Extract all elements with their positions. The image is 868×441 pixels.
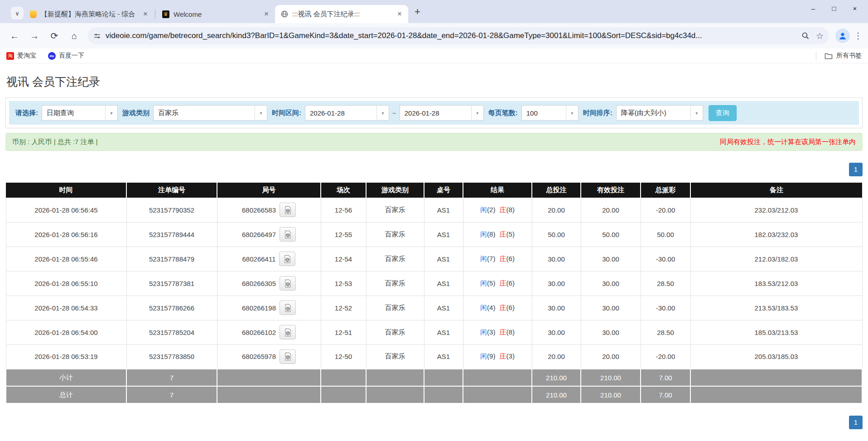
maximize-button[interactable]: □ [824,0,844,16]
search-button[interactable]: 查询 [709,105,737,121]
page-size-value: 100 [522,106,566,120]
query-type-select[interactable]: 日期查询 ▾ [42,105,118,121]
video-replay-button[interactable] [280,276,296,291]
round-number: 680266102 [242,329,276,336]
cell-bet-id: 523157786266 [126,296,217,320]
table-row: 2026-01-28 06:56:16 523157789444 6802664… [6,222,862,247]
page-1-button[interactable]: 1 [849,163,863,176]
filter-panel: 请选择: 日期查询 ▾ 游戏类别 百家乐 ▾ 时间区间: 2026-01-28 … [5,97,863,128]
col-result: 结果 [463,183,532,198]
tab-forum[interactable]: 【新提醒】海燕策略论坛 - 综合 × [24,5,154,23]
chevron-down-icon[interactable]: ▾ [255,106,267,120]
subtotal-row: 小计 7 210.00 210.00 7.00 [6,369,862,386]
date-end-value: 2026-01-28 [400,106,471,120]
cell-session: 12-56 [321,198,366,222]
bookmark-taobao[interactable]: 淘 爱淘宝 [6,52,36,60]
cell-total-bet[interactable]: 20.00 [532,198,581,222]
cell-table-no: AS1 [424,198,463,222]
forward-button[interactable]: → [26,27,43,44]
video-replay-button[interactable] [280,325,296,339]
bookmark-baidu[interactable]: du 百度一下 [48,52,84,60]
date-end-select[interactable]: 2026-01-28 ▾ [400,105,484,121]
video-replay-button[interactable] [280,203,296,217]
total-row: 总计 7 210.00 210.00 7.00 [6,386,862,403]
url-bar[interactable]: videoie.com/game/betrecord_search/kind3?… [88,27,829,44]
cell-remark: 185.03/213.53 [690,320,862,344]
site-settings-icon[interactable] [93,32,101,40]
video-replay-button[interactable] [279,252,295,266]
close-icon[interactable]: × [262,10,270,19]
cell-total-bet[interactable]: 30.00 [532,296,581,320]
query-type-label: 请选择: [15,109,38,117]
video-replay-button[interactable] [280,300,296,315]
date-start-select[interactable]: 2026-01-28 ▾ [305,105,389,121]
cell-time: 2026-01-28 06:56:16 [6,222,126,247]
url-text[interactable]: videoie.com/game/betrecord_search/kind3?… [106,31,797,40]
cell-total-bet[interactable]: 30.00 [532,271,581,296]
folder-icon [825,53,833,59]
reload-button[interactable]: ⟳ [46,27,63,44]
col-payout: 总派彩 [641,183,690,198]
round-number: 680266497 [242,231,276,238]
sort-order-value: 降幂(由大到小) [617,106,690,120]
close-icon[interactable]: × [395,10,404,19]
col-game-type: 游戏类别 [366,183,424,198]
new-tab-button[interactable]: + [415,6,420,18]
col-round: 局号 [217,183,321,198]
home-button[interactable]: ⌂ [66,27,83,44]
cell-valid-bet: 30.00 [581,296,641,320]
page-1-button[interactable]: 1 [849,416,863,429]
summary-bar: 币别 : 人民币 | 总共 :7 注单 | 同局有效投注，统一计算在该局第一张注… [5,133,863,151]
tab-search-button[interactable]: ∨ [11,7,24,19]
table-row: 2026-01-28 06:54:00 523157785204 6802661… [6,320,862,344]
cell-total-bet[interactable]: 50.00 [532,222,581,247]
tab-strip: ∨ 【新提醒】海燕策略论坛 - 综合 × ♛ Welcome × :::视讯 会… [0,0,868,23]
cell-total-bet[interactable]: 30.00 [532,247,581,271]
sort-order-label: 时间排序: [583,109,612,117]
table-summary: 小计 7 210.00 210.00 7.00 总计 7 210.00 210.… [6,369,862,403]
cell-time: 2026-01-28 06:54:33 [6,296,126,320]
chevron-down-icon[interactable]: ▾ [105,106,117,120]
cell-game-type: 百家乐 [366,320,424,344]
cell-payout: -30.00 [641,247,690,271]
cell-round: 680265978 [217,344,321,369]
profile-avatar[interactable] [835,29,850,43]
tab-welcome[interactable]: ♛ Welcome × [156,5,275,23]
all-bookmarks-button[interactable]: 所有书签 [816,52,862,60]
page-size-select[interactable]: 100 ▾ [521,105,579,121]
result-banker: 庄(6) [500,304,515,311]
total-payout: 7.00 [641,386,690,403]
cell-valid-bet: 30.00 [581,247,641,271]
table-row: 2026-01-28 06:55:10 523157787381 6802663… [6,271,862,296]
cell-total-bet[interactable]: 30.00 [532,320,581,344]
cell-remark: 213.53/183.53 [690,296,862,320]
browser-menu-icon[interactable]: ⋮ [853,31,863,41]
zoom-icon[interactable] [801,32,810,40]
video-replay-button[interactable] [280,227,296,242]
chevron-down-icon[interactable]: ▾ [471,106,483,120]
back-button[interactable]: ← [6,27,23,44]
browser-toolbar: ← → ⟳ ⌂ videoie.com/game/betrecord_searc… [0,23,868,48]
table-body: 2026-01-28 06:56:45 523157790352 6802665… [6,198,862,369]
chevron-down-icon[interactable]: ▾ [566,106,578,120]
close-icon[interactable]: × [141,10,149,19]
minimize-button[interactable]: – [803,0,824,16]
col-table-no: 桌号 [424,183,463,198]
cell-valid-bet: 20.00 [581,198,641,222]
cell-game-type: 百家乐 [366,222,424,247]
cell-total-bet[interactable]: 20.00 [532,344,581,369]
chevron-down-icon[interactable]: ▾ [376,106,389,120]
cell-payout: 28.50 [641,271,690,296]
bookmark-star-icon[interactable]: ☆ [816,31,824,41]
close-window-button[interactable]: × [844,0,865,16]
chevron-down-icon[interactable]: ▾ [690,106,703,120]
sort-order-select[interactable]: 降幂(由大到小) ▾ [616,105,703,121]
cell-result: 闲(5) 庄(6) [463,271,532,296]
cell-bet-id: 523157787381 [126,271,217,296]
tab-bet-records[interactable]: :::视讯 会员下注纪录::: × [275,5,408,23]
bookmarks-bar: 淘 爱淘宝 du 百度一下 所有书签 [0,48,868,63]
bookmark-label: 百度一下 [59,52,84,60]
cell-game-type: 百家乐 [366,271,424,296]
game-category-select[interactable]: 百家乐 ▾ [153,105,267,121]
video-replay-button[interactable] [280,349,296,364]
